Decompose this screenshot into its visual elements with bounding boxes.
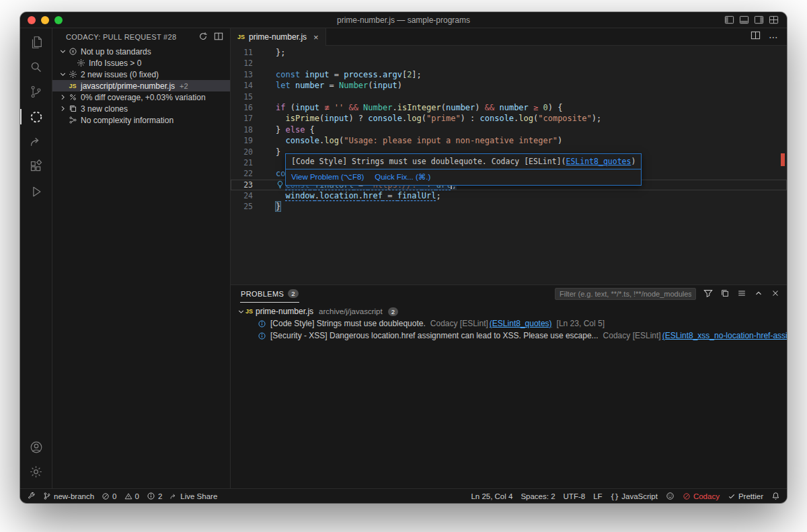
zoom-window-button[interactable] [54,16,63,24]
account-icon[interactable] [20,434,52,459]
status-live-share[interactable]: Live Share [169,492,217,500]
sidebar-item-suffix: +2 [180,82,188,90]
status-codacy[interactable]: Codacy [683,492,720,500]
problems-panel: PROBLEMS 2 JS prime-number.js archive/j/… [231,284,787,488]
tools-icon [27,492,36,500]
view-problem-action[interactable]: View Problem (⌥F8) [291,172,364,182]
more-actions-icon[interactable]: ⋯ [769,31,779,43]
run-debug-icon[interactable] [20,179,52,204]
chevron-down-icon[interactable] [236,307,245,316]
smiley-icon [666,492,675,500]
tab-problems[interactable]: PROBLEMS 2 [240,285,299,303]
panel-header: PROBLEMS 2 [231,285,787,303]
status-cursor-position[interactable]: Ln 25, Col 4 [471,492,512,500]
problem-rule-link[interactable]: (ESLint8_quotes) [490,319,552,328]
bell-icon [771,492,780,500]
code-line[interactable]: 11}; [231,47,787,58]
status-bar-left: new-branch002Live Share [27,492,217,500]
status-feedback[interactable] [666,492,675,500]
sidebar-item[interactable]: 2 new issues (0 fixed) [52,69,230,80]
braces-icon: {} [611,492,619,500]
line-number: 19 [231,135,253,146]
titlebar[interactable]: prime-number.js — sample-programs [20,12,787,28]
problem-row[interactable]: [Code Style] Strings must use doublequot… [231,317,787,330]
code-line[interactable]: 13const input = process.argv[2]; [231,69,787,80]
chevron-right-icon[interactable] [58,104,67,113]
refresh-icon[interactable] [198,32,208,42]
code-line[interactable]: 17 isPrime(input) ? console.log("prime")… [231,113,787,124]
chevron-right-icon[interactable] [58,93,67,102]
status-indentation[interactable]: Spaces: 2 [521,492,555,500]
code-line[interactable]: 15 [231,91,787,102]
close-window-button[interactable] [28,16,36,24]
status-encoding[interactable]: UTF-8 [564,492,586,500]
customize-layout-icon[interactable] [769,15,779,25]
problem-rule-link[interactable]: (ESLint8_xss_no-location-href-assign) [662,331,787,340]
filter-icon[interactable] [703,289,713,300]
status-label: 0 [112,492,116,500]
code-line[interactable]: 12 [231,58,787,69]
close-tab-icon[interactable]: × [311,33,319,42]
explorer-icon[interactable] [20,30,52,54]
problems-count-badge: 2 [288,289,299,298]
problem-location: [Ln 23, Col 5] [557,319,605,328]
problems-file-row[interactable]: JS prime-number.js archive/j/javascript … [231,305,787,317]
traffic-lights [20,16,63,24]
layout-sidebar-right-icon[interactable] [754,15,764,25]
chevron-down-icon[interactable] [58,47,67,56]
info-icon [147,492,155,500]
split-editor-icon[interactable] [751,30,761,43]
sidebar-item[interactable]: JSjavascript/prime-number.js+2 [52,80,230,91]
problem-row[interactable]: [Security - XSS] Dangerous location.href… [231,330,787,342]
vscode-window: prime-number.js — sample-programs CODACY… [20,12,787,503]
problems-filter-input[interactable] [555,288,696,300]
status-branch[interactable]: new-branch [43,492,94,500]
problem-hover-popup: [Code Style] Strings must use doublequot… [285,153,642,186]
live-share-icon[interactable] [20,129,52,154]
status-eol[interactable]: LF [593,492,602,500]
code-line[interactable]: 18} else { [231,124,787,135]
tab-bar: JS prime-number.js × ⋯ [231,28,787,46]
activity-bar-bottom [20,434,52,488]
copy-icon[interactable] [720,289,730,300]
status-warnings[interactable]: 0 [124,492,139,500]
collapse-icon[interactable] [754,289,763,300]
code-line[interactable]: 14let number = Number(input) [231,80,787,91]
hover-rule-link[interactable]: ESLint8_quotes [566,157,631,166]
codacy-icon[interactable] [20,104,52,129]
code-line[interactable]: 16if (input ≢ '' && Number.isInteger(num… [231,102,787,113]
split-view-icon[interactable] [214,32,223,42]
code-editor[interactable]: 11};1213const input = process.argv[2];14… [231,46,787,284]
status-bar: new-branch002Live Share Ln 25, Col 4Spac… [20,488,787,503]
chevron-down-icon[interactable] [58,70,67,79]
code-line[interactable]: 25} [231,201,787,212]
list-icon[interactable] [737,289,746,300]
status-notifications[interactable] [771,492,780,500]
code-line[interactable]: 24 window.location.href = finalUrl; [231,190,787,201]
layout-panel-icon[interactable] [739,15,749,25]
sidebar-item[interactable]: No complexity information [52,114,230,126]
status-language[interactable]: {}JavaScript [611,492,658,500]
tab-prime-number-js[interactable]: JS prime-number.js × [231,28,326,46]
code-line[interactable]: 19 console.log("Usage: please input a no… [231,135,787,146]
sidebar-item[interactable]: 3 new clones [52,103,230,114]
settings-gear-icon[interactable] [20,459,52,484]
status-prettier[interactable]: Prettier [728,492,763,500]
error-icon [102,492,110,500]
check-icon [728,492,736,500]
layout-sidebar-left-icon[interactable] [724,15,734,25]
sidebar-item[interactable]: Info Issues > 0 [52,57,230,69]
minimize-window-button[interactable] [41,16,49,24]
status-label: JavaScript [621,492,658,500]
source-control-icon[interactable] [20,79,52,104]
status-infos[interactable]: 2 [147,492,162,500]
status-errors[interactable]: 0 [102,492,116,500]
search-icon[interactable] [20,54,52,79]
extensions-icon[interactable] [20,154,52,179]
close-icon[interactable] [771,289,780,300]
editor-group: JS prime-number.js × ⋯ 11};1213const inp… [231,28,787,488]
sidebar-item[interactable]: Not up to standards [52,46,230,57]
quick-fix-action[interactable]: Quick Fix... (⌘.) [375,172,430,182]
sidebar-item[interactable]: 0% diff coverage, +0.03% variation [52,91,230,103]
status-remote-tools[interactable] [27,492,36,500]
